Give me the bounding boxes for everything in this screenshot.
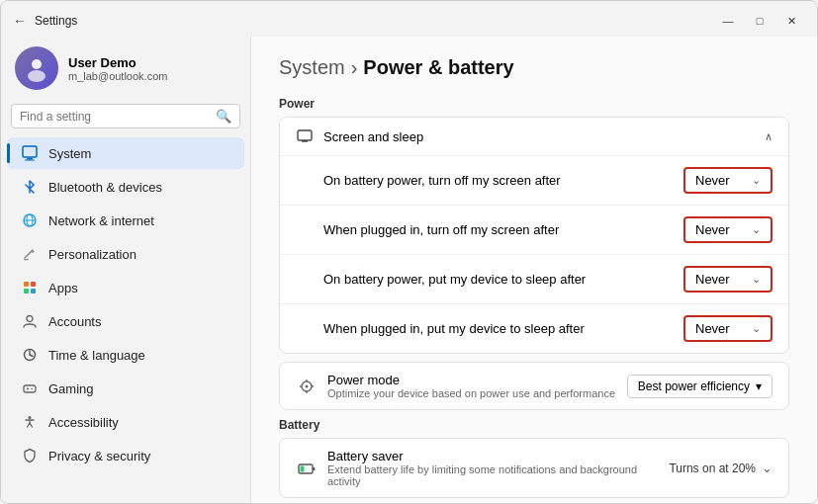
svg-rect-12 xyxy=(24,289,29,294)
svg-rect-18 xyxy=(24,385,36,392)
power-mode-card: Power mode Optimize your device based on… xyxy=(279,362,789,410)
window-controls: — □ ✕ xyxy=(714,10,805,32)
content-area: System › Power & battery Power Screen an… xyxy=(250,37,817,503)
sidebar-item-system[interactable]: System xyxy=(7,137,244,169)
power-mode-arrow: ▾ xyxy=(756,379,762,393)
row-label-3: On battery power, put my device to sleep… xyxy=(323,272,586,287)
battery-saver-title: Battery saver xyxy=(327,449,659,463)
breadcrumb-parent: System xyxy=(279,56,345,79)
power-mode-row: Power mode Optimize your device based on… xyxy=(280,363,788,409)
sidebar-item-apps[interactable]: Apps xyxy=(7,272,244,303)
back-icon[interactable]: ← xyxy=(13,13,27,29)
sidebar-item-accounts[interactable]: Accounts xyxy=(7,305,244,337)
user-email: m_lab@outlook.com xyxy=(68,70,167,82)
title-bar-left: ← Settings xyxy=(13,13,77,29)
battery-saver-right: Turns on at 20% ⌄ xyxy=(669,461,773,475)
sidebar-label-apps: Apps xyxy=(48,281,78,295)
svg-rect-11 xyxy=(31,282,36,287)
sidebar: User Demo m_lab@outlook.com 🔍 System xyxy=(1,37,250,503)
dropdown-arrow-2: ⌄ xyxy=(752,223,761,236)
svg-line-8 xyxy=(25,250,33,258)
power-mode-value: Best power efficiency xyxy=(638,379,750,393)
sidebar-label-personalization: Personalization xyxy=(48,247,136,262)
breadcrumb-current: Power & battery xyxy=(363,56,513,79)
sidebar-label-system: System xyxy=(48,146,91,161)
settings-window: ← Settings — □ ✕ User Demo m_lab@ou xyxy=(0,0,818,504)
apps-icon xyxy=(21,279,39,296)
svg-rect-27 xyxy=(298,130,312,140)
screen-sleep-chevron[interactable]: ∧ xyxy=(765,130,773,143)
battery-saver-card[interactable]: Battery saver Extend battery life by lim… xyxy=(279,438,789,498)
avatar xyxy=(15,46,58,90)
svg-point-31 xyxy=(306,384,309,387)
svg-point-1 xyxy=(28,70,45,82)
sidebar-item-time[interactable]: Time & language xyxy=(7,339,244,371)
svg-rect-37 xyxy=(313,467,316,470)
screen-sleep-title: Screen and sleep xyxy=(323,129,423,144)
dropdown-4[interactable]: Never ⌄ xyxy=(683,315,773,342)
sidebar-label-bluetooth: Bluetooth & devices xyxy=(48,180,162,195)
privacy-icon xyxy=(21,447,39,464)
sidebar-item-privacy[interactable]: Privacy & security xyxy=(7,440,244,471)
table-row: When plugged in, put my device to sleep … xyxy=(280,303,788,353)
dropdown-value-1: Never xyxy=(695,173,730,188)
gaming-icon xyxy=(21,379,39,397)
sidebar-item-bluetooth[interactable]: Bluetooth & devices xyxy=(7,171,244,203)
battery-saver-text: Battery saver Extend battery life by lim… xyxy=(327,449,659,487)
sidebar-item-accessibility[interactable]: Accessibility xyxy=(7,406,244,438)
screen-sleep-header[interactable]: Screen and sleep ∧ xyxy=(280,118,788,155)
accessibility-icon xyxy=(21,413,39,431)
battery-saver-subtitle: Extend battery life by limiting some not… xyxy=(327,463,659,487)
dropdown-value-2: Never xyxy=(695,222,730,237)
dropdown-value-4: Never xyxy=(695,321,730,336)
svg-point-21 xyxy=(31,388,33,390)
card-header-left: Screen and sleep xyxy=(296,127,423,145)
user-name: User Demo xyxy=(68,55,167,70)
svg-rect-10 xyxy=(24,282,29,287)
sidebar-item-gaming[interactable]: Gaming xyxy=(7,373,244,404)
sidebar-label-network: Network & internet xyxy=(48,213,154,228)
battery-saver-chevron: ⌄ xyxy=(762,461,773,475)
power-mode-icon xyxy=(296,376,318,397)
svg-point-14 xyxy=(27,316,33,322)
svg-rect-13 xyxy=(31,289,36,294)
dropdown-1[interactable]: Never ⌄ xyxy=(683,167,773,194)
power-mode-subtitle: Optimize your device based on power use … xyxy=(327,387,617,399)
battery-saver-value: Turns on at 20% xyxy=(669,462,756,475)
svg-rect-4 xyxy=(25,160,35,161)
dropdown-arrow-1: ⌄ xyxy=(752,174,761,187)
table-row: On battery power, turn off my screen aft… xyxy=(280,155,788,205)
search-input[interactable] xyxy=(20,110,210,124)
personalization-icon xyxy=(21,245,39,263)
svg-rect-2 xyxy=(23,146,37,157)
minimize-button[interactable]: — xyxy=(714,10,742,32)
time-icon xyxy=(21,346,39,364)
svg-rect-3 xyxy=(27,158,33,160)
sidebar-item-personalization[interactable]: Personalization xyxy=(7,238,244,270)
close-button[interactable]: ✕ xyxy=(777,10,805,32)
power-mode-title: Power mode xyxy=(327,373,617,387)
maximize-button[interactable]: □ xyxy=(746,10,773,32)
dropdown-3[interactable]: Never ⌄ xyxy=(683,266,773,293)
screen-sleep-card: Screen and sleep ∧ On battery power, tur… xyxy=(279,117,789,354)
dropdown-arrow-4: ⌄ xyxy=(752,322,761,335)
row-label-2: When plugged in, turn off my screen afte… xyxy=(323,222,559,237)
row-label-1: On battery power, turn off my screen aft… xyxy=(323,173,561,188)
sidebar-label-accounts: Accounts xyxy=(48,314,101,329)
breadcrumb-separator: › xyxy=(351,56,358,79)
breadcrumb: System › Power & battery xyxy=(279,56,789,79)
table-row: When plugged in, turn off my screen afte… xyxy=(280,205,788,254)
screen-icon xyxy=(296,127,314,145)
battery-section-label: Battery xyxy=(279,418,789,432)
dropdown-arrow-3: ⌄ xyxy=(752,273,761,286)
search-box[interactable]: 🔍 xyxy=(11,104,240,128)
search-icon: 🔍 xyxy=(216,109,231,124)
power-mode-select[interactable]: Best power efficiency ▾ xyxy=(627,375,773,398)
title-bar: ← Settings — □ ✕ xyxy=(1,1,817,37)
user-profile[interactable]: User Demo m_lab@outlook.com xyxy=(1,37,250,104)
sidebar-item-network[interactable]: Network & internet xyxy=(7,205,244,236)
svg-line-17 xyxy=(30,355,33,357)
dropdown-2[interactable]: Never ⌄ xyxy=(683,216,773,243)
sidebar-label-time: Time & language xyxy=(48,348,145,363)
dropdown-value-3: Never xyxy=(695,272,730,287)
